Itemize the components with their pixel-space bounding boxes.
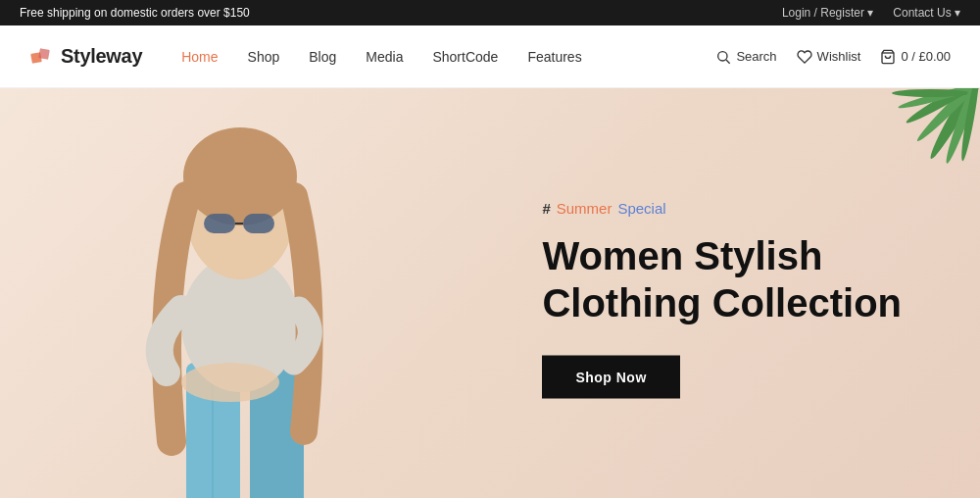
- svg-point-18: [183, 127, 297, 225]
- wishlist-label: Wishlist: [817, 49, 861, 64]
- hero-woman-image: [59, 98, 431, 498]
- svg-point-2: [718, 51, 727, 60]
- nav-item-blog[interactable]: Blog: [309, 48, 336, 66]
- nav-link-blog[interactable]: Blog: [309, 49, 336, 65]
- logo-text: Styleway: [61, 45, 142, 68]
- hero-hash: #: [542, 200, 550, 217]
- search-label: Search: [736, 49, 776, 64]
- contact-link[interactable]: Contact Us ▾: [893, 6, 960, 20]
- svg-rect-19: [204, 214, 235, 233]
- nav-actions: Search Wishlist 0 / £0.00: [715, 49, 951, 65]
- nav-item-shortcode[interactable]: ShortCode: [432, 48, 498, 66]
- nav-link-shortcode[interactable]: ShortCode: [432, 49, 498, 65]
- hero-summer: Summer: [557, 200, 612, 217]
- cart-label: 0 / £0.00: [901, 49, 951, 64]
- hero-section: # Summer Special Women Stylish Clothing …: [0, 88, 980, 498]
- heart-icon: [797, 49, 812, 65]
- woman-svg: [59, 98, 431, 498]
- hero-special: Special: [617, 200, 665, 217]
- shipping-text: Free shipping on domestic orders over $1…: [20, 6, 250, 20]
- svg-rect-1: [38, 48, 50, 60]
- shop-now-button[interactable]: Shop Now: [542, 356, 679, 399]
- search-icon: [715, 49, 731, 65]
- main-nav: Styleway Home Shop Blog Media ShortCode …: [0, 25, 980, 88]
- nav-item-features[interactable]: Features: [527, 48, 581, 66]
- nav-links: Home Shop Blog Media ShortCode Features: [181, 48, 715, 66]
- svg-point-22: [181, 363, 279, 402]
- cart-button[interactable]: 0 / £0.00: [880, 49, 951, 65]
- nav-item-home[interactable]: Home: [181, 48, 218, 66]
- nav-link-home[interactable]: Home: [181, 49, 218, 65]
- nav-link-shop[interactable]: Shop: [248, 49, 280, 65]
- nav-item-media[interactable]: Media: [366, 48, 403, 66]
- hero-title: Women Stylish Clothing Collection: [542, 232, 902, 326]
- svg-line-3: [726, 60, 730, 64]
- wishlist-button[interactable]: Wishlist: [797, 49, 861, 65]
- svg-point-9: [892, 89, 970, 97]
- top-bar-right: Login / Register ▾ Contact Us ▾: [782, 6, 960, 20]
- nav-item-shop[interactable]: Shop: [248, 48, 280, 66]
- hero-title-line1: Women Stylish: [542, 234, 822, 277]
- hero-title-line2: Clothing Collection: [542, 281, 902, 324]
- hero-content: # Summer Special Women Stylish Clothing …: [542, 200, 902, 399]
- logo-icon: [29, 45, 53, 69]
- search-button[interactable]: Search: [715, 49, 776, 65]
- top-bar: Free shipping on domestic orders over $1…: [0, 0, 980, 25]
- hero-tag: # Summer Special: [542, 200, 902, 217]
- login-register-link[interactable]: Login / Register ▾: [782, 6, 873, 20]
- nav-link-features[interactable]: Features: [527, 49, 581, 65]
- nav-link-media[interactable]: Media: [366, 49, 403, 65]
- logo-link[interactable]: Styleway: [29, 45, 142, 69]
- cart-icon: [880, 49, 896, 65]
- svg-rect-20: [243, 214, 274, 233]
